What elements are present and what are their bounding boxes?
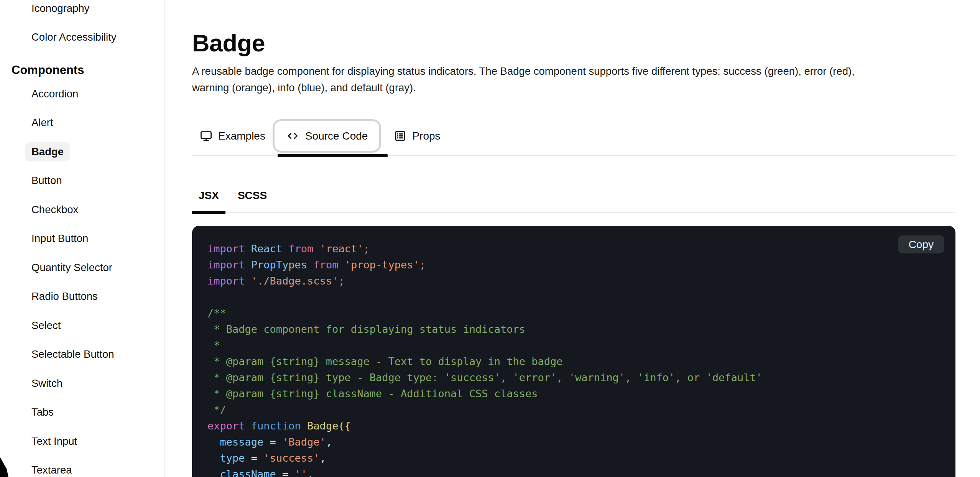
code-brackets-icon xyxy=(286,130,299,142)
sidebar-item[interactable]: Iconography xyxy=(0,0,164,23)
code-line xyxy=(207,289,955,305)
sidebar-foundation-list: Iconography Color Accessibility xyxy=(0,0,164,52)
source-code-block: import React from 'react';import PropTyp… xyxy=(192,226,955,477)
sidebar-item-label: Selectable Button xyxy=(25,345,121,364)
sidebar-item[interactable]: Alert xyxy=(0,109,164,138)
monitor-icon xyxy=(200,130,212,142)
code-line: /** xyxy=(207,305,955,321)
component-tab-bar: Examples Source Code xyxy=(192,117,955,156)
sidebar-item[interactable]: Radio Buttons xyxy=(0,282,164,311)
code-language-tab[interactable]: JSX xyxy=(192,179,225,212)
code-language-tab-label: JSX xyxy=(199,189,219,202)
code-line: * xyxy=(207,337,955,354)
code-language-tab[interactable]: SCSS xyxy=(231,179,273,212)
code-language-tab-bar: JSX SCSS xyxy=(192,179,955,213)
sidebar-item[interactable]: Input Button xyxy=(0,224,164,253)
main-content: Badge A reusable badge component for dis… xyxy=(165,0,980,477)
sidebar-item[interactable]: Switch xyxy=(0,369,164,398)
sidebar-item[interactable]: Badge xyxy=(0,137,164,166)
sidebar: Iconography Color Accessibility Componen… xyxy=(0,0,165,477)
sidebar-item[interactable]: Selectable Button xyxy=(0,340,164,369)
sidebar-item-label: Color Accessibility xyxy=(25,28,123,47)
sidebar-item[interactable]: Textarea xyxy=(0,456,164,477)
sidebar-item-label: Input Button xyxy=(25,229,95,248)
sidebar-item-label: Text Input xyxy=(25,432,84,451)
tab-source-code[interactable]: Source Code xyxy=(273,119,381,153)
page-description-line: warning (orange), info (blue), and defau… xyxy=(192,79,955,96)
page-title: Badge xyxy=(192,0,955,54)
code-line: * @param {string} message - Text to disp… xyxy=(207,354,955,370)
copy-button[interactable]: Copy xyxy=(898,235,944,253)
sidebar-item-label: Tabs xyxy=(25,403,60,422)
sidebar-item[interactable]: Checkbox xyxy=(0,195,164,224)
code-line: type = 'success', xyxy=(207,450,955,466)
code-line: * @param {string} className - Additional… xyxy=(207,386,955,402)
sidebar-item[interactable]: Accordion xyxy=(0,79,164,109)
code-line: message = 'Badge', xyxy=(207,434,955,450)
sidebar-item[interactable]: Button xyxy=(0,166,164,196)
sidebar-item-label: Checkbox xyxy=(25,200,85,219)
page-description-line: A reusable badge component for displayin… xyxy=(192,63,955,79)
sidebar-item[interactable]: Select xyxy=(0,311,164,340)
sidebar-item[interactable]: Quantity Selector xyxy=(0,253,164,282)
sidebar-item-label: Alert xyxy=(25,113,60,132)
sidebar-item-label: Radio Buttons xyxy=(25,287,104,306)
sidebar-item-label: Quantity Selector xyxy=(25,258,119,277)
code-language-tab-label: SCSS xyxy=(238,189,267,202)
tab-examples[interactable]: Examples xyxy=(200,130,265,142)
tab-props[interactable]: Props xyxy=(394,130,440,142)
code-line: import React from 'react'; xyxy=(207,241,955,257)
sidebar-item-label: Select xyxy=(25,316,67,335)
code-content: import React from 'react';import PropTyp… xyxy=(207,241,955,477)
list-box-icon xyxy=(394,130,406,142)
sidebar-item-label: Button xyxy=(25,171,69,190)
code-line: className = '', xyxy=(207,466,955,477)
sidebar-item[interactable]: Color Accessibility xyxy=(0,23,164,52)
sidebar-components-list: Accordion Alert Badge Button Checkbox In… xyxy=(0,79,164,477)
code-line: import './Badge.scss'; xyxy=(207,273,955,289)
code-line: * Badge component for displaying status … xyxy=(207,321,955,337)
tab-label: Source Code xyxy=(305,130,368,142)
sidebar-item-label: Iconography xyxy=(25,0,96,18)
sidebar-item-label: Badge xyxy=(25,142,70,161)
tab-label: Props xyxy=(412,130,440,142)
sidebar-item-label: Accordion xyxy=(25,84,85,104)
code-line: import PropTypes from 'prop-types'; xyxy=(207,257,955,273)
tab-label: Examples xyxy=(218,130,265,142)
code-line: */ xyxy=(207,402,955,418)
sidebar-section-components: Components xyxy=(0,63,164,78)
page-description: A reusable badge component for displayin… xyxy=(192,63,955,96)
sidebar-item[interactable]: Tabs xyxy=(0,398,164,427)
sidebar-item-label: Textarea xyxy=(25,461,78,477)
sidebar-item-label: Switch xyxy=(25,374,69,393)
code-line: * @param {string} type - Badge type: 'su… xyxy=(207,370,955,386)
code-line: export function Badge({ xyxy=(207,418,955,434)
active-tab-indicator xyxy=(278,154,388,157)
sidebar-item[interactable]: Text Input xyxy=(0,427,164,456)
